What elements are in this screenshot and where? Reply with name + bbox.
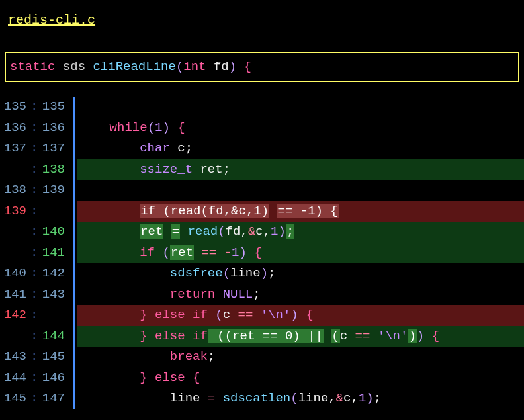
context-line-content: return NULL; <box>77 284 524 306</box>
code-token: } <box>140 329 147 343</box>
diff-line[interactable]: 143:145 break; <box>0 347 524 368</box>
code-token: ) <box>240 245 247 260</box>
code-token <box>215 287 222 302</box>
code-token <box>79 329 140 343</box>
code-token: , <box>351 391 359 405</box>
gutter-old-lineno: 141 <box>0 284 30 306</box>
gutter-old-lineno: 139 <box>0 201 30 222</box>
code-token: line <box>298 391 329 405</box>
code-token: c <box>238 204 245 218</box>
code-token <box>269 204 277 218</box>
code-token: 1 <box>155 120 162 135</box>
gutter-old-lineno: 145 <box>0 388 30 409</box>
context-line-content <box>77 97 524 118</box>
diff-line[interactable]: 145:147 line = sdscatlen(line,&c,1); <box>0 388 524 409</box>
code-token: ; <box>253 287 260 302</box>
code-token: ( <box>162 245 169 260</box>
diff-line[interactable]: 138:139 <box>0 180 524 201</box>
gutter-new-lineno: 138 <box>37 159 69 181</box>
hunk-fn: cliReadLine <box>93 60 175 74</box>
code-token: c <box>340 329 347 343</box>
gutter-new-lineno: 136 <box>37 118 69 139</box>
code-token: ret <box>193 162 223 177</box>
code-token: ( <box>163 204 170 218</box>
context-line-content: char c; <box>77 138 524 159</box>
diff-line[interactable]: :138 ssize_t ret; <box>0 159 524 181</box>
code-token: ; <box>268 266 275 280</box>
gutter-separator: : <box>30 201 37 222</box>
diff-line[interactable]: :140 ret = read(fd,&c,1); <box>0 222 524 243</box>
diff-line[interactable]: 137:137 char c; <box>0 138 524 159</box>
code-token: read <box>188 224 218 239</box>
diff-line[interactable]: 141:143 return NULL; <box>0 284 524 306</box>
code-token: break <box>170 349 208 364</box>
code-token: fd <box>208 204 224 218</box>
hunk-argname: fd <box>214 60 229 74</box>
code-token: - <box>224 245 232 260</box>
hunk-header: static sds cliReadLine(int fd) { <box>5 52 519 82</box>
code-token: 1 <box>359 391 366 405</box>
code-token: - <box>300 204 308 218</box>
hunk-paren-open: ( <box>176 60 183 74</box>
code-token <box>208 329 216 343</box>
code-token: { <box>177 120 185 135</box>
code-token: ; <box>208 349 215 364</box>
code-token <box>323 204 330 218</box>
code-token <box>300 329 308 343</box>
hunk-kw1: static <box>10 60 55 74</box>
gutter-new-lineno: 142 <box>37 263 69 284</box>
diff-line[interactable]: 136:136 while(1) { <box>0 118 524 139</box>
change-bar <box>73 180 75 201</box>
code-token: if <box>140 204 155 218</box>
change-bar <box>73 138 75 159</box>
added-line-content: ret = read(fd,&c,1); <box>77 222 524 243</box>
code-token <box>215 391 222 405</box>
code-token: } <box>140 370 147 385</box>
diff-line[interactable]: :144 } else if ((ret == 0) || (c == '\n'… <box>0 326 524 347</box>
code-token <box>170 120 177 135</box>
gutter-new-lineno: 140 <box>37 222 69 243</box>
code-token: { <box>330 204 337 218</box>
gutter-separator: : <box>30 222 37 243</box>
added-line-content: if (ret == -1) { <box>77 243 524 264</box>
code-token: c <box>343 391 351 405</box>
code-token <box>208 308 215 322</box>
code-token <box>148 308 155 322</box>
diff-line[interactable]: 140:142 sdsfree(line); <box>0 263 524 284</box>
context-line-content: sdsfree(line); <box>77 263 524 284</box>
change-bar <box>73 326 75 347</box>
diff-line[interactable]: 139: if (read(fd,&c,1) == -1) { <box>0 201 524 222</box>
code-token <box>79 287 170 302</box>
diff-filename[interactable]: redis-cli.c <box>0 0 524 34</box>
code-token <box>255 329 262 343</box>
gutter-new-lineno: 139 <box>37 180 69 201</box>
code-token: { <box>306 308 313 322</box>
code-token: ( <box>331 329 339 343</box>
code-token: & <box>248 224 255 239</box>
code-token: , <box>240 224 247 239</box>
code-token <box>230 308 238 322</box>
added-line-content: } else if ((ret == 0) || (c == '\n')) { <box>77 326 524 347</box>
context-line-content: } else { <box>77 368 524 389</box>
diff-line[interactable]: :141 if (ret == -1) { <box>0 243 524 264</box>
code-token <box>79 162 140 177</box>
code-token <box>185 370 193 385</box>
gutter-separator: : <box>30 388 37 409</box>
code-token: NULL <box>223 287 253 302</box>
code-token: return <box>170 287 215 302</box>
diff-line[interactable]: 142: } else if (c == '\n') { <box>0 305 524 326</box>
gutter-old-lineno: 138 <box>0 180 30 201</box>
gutter-new-lineno <box>37 201 69 222</box>
code-token: ) <box>408 329 415 343</box>
gutter-separator: : <box>30 159 37 181</box>
change-bar <box>73 388 75 409</box>
code-token <box>194 245 201 260</box>
code-token <box>247 245 254 260</box>
diff-line[interactable]: 144:146 } else { <box>0 368 524 389</box>
gutter-new-lineno: 137 <box>37 138 69 159</box>
code-token: ( <box>200 204 208 218</box>
code-token: ret <box>140 224 163 239</box>
diff-line[interactable]: 135:135 <box>0 97 524 118</box>
code-token: == <box>278 204 293 218</box>
context-line-content: line = sdscatlen(line,&c,1); <box>77 388 524 409</box>
